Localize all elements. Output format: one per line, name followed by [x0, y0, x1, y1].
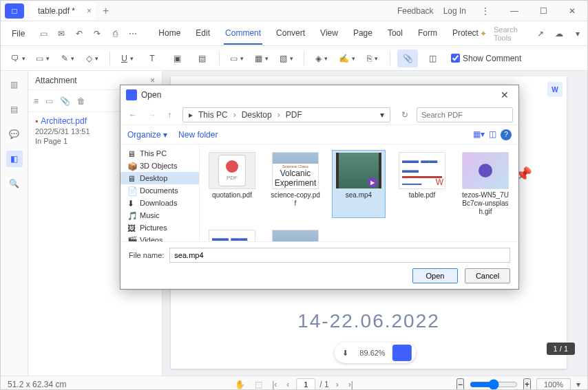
save-icon[interactable]: ✉	[54, 26, 69, 41]
more-icon[interactable]: ⋮	[476, 1, 495, 21]
magic-icon[interactable]: ✦	[480, 29, 487, 39]
menu-tab-convert[interactable]: Convert	[275, 23, 306, 45]
new-tab-button[interactable]: +	[103, 5, 109, 17]
undo-icon[interactable]: ↶	[72, 26, 87, 41]
sign-tool[interactable]: ✍▾	[336, 50, 358, 67]
textbox-tool[interactable]: ▣	[167, 50, 187, 67]
zoom-slider[interactable]	[470, 379, 518, 390]
minimize-button[interactable]: —	[505, 1, 524, 21]
search-tools-input[interactable]: Search Tools	[494, 25, 527, 42]
attachments-icon[interactable]: ◧	[6, 151, 23, 167]
panel-clip-icon[interactable]: 📎	[60, 96, 70, 106]
underline-tool[interactable]: U▾	[117, 50, 138, 67]
zoom-handle[interactable]	[392, 345, 412, 361]
menu-tab-tool[interactable]: Tool	[386, 23, 404, 45]
tree-item-this-pc[interactable]: 🖥This PC	[120, 147, 199, 160]
organize-menu[interactable]: Organize ▾	[127, 130, 167, 140]
file-tile[interactable]: ▶sea.mp4	[332, 150, 386, 218]
panel-add-icon[interactable]: ▭	[45, 96, 53, 106]
text-tool[interactable]: T	[142, 50, 162, 67]
redo-icon[interactable]: ↷	[90, 26, 105, 41]
word-badge-icon[interactable]: W	[547, 82, 563, 97]
file-tile[interactable]: ▬▬ ▬▬ ▬▬━━━━━━━━Wtable.pdf	[395, 150, 449, 218]
bookmarks-icon[interactable]: ▤	[6, 101, 23, 118]
dialog-search-input[interactable]	[417, 107, 513, 122]
refresh-button[interactable]: ↻	[399, 109, 411, 121]
login-link[interactable]: Log In	[443, 6, 466, 16]
file-tile[interactable]: tezos-WN5_7UBc7cw-unsplash.gif	[459, 150, 512, 218]
tree-item-downloads[interactable]: ⬇Downloads	[120, 197, 199, 209]
rect-tool[interactable]: ▭▾	[227, 50, 247, 67]
tab-close-icon[interactable]: ×	[87, 6, 92, 16]
eraser-tool[interactable]: ◇▾	[82, 50, 103, 67]
new-folder-button[interactable]: New folder	[178, 130, 218, 140]
note-tool[interactable]: 🗨▾	[8, 50, 28, 67]
file-tile[interactable]: PDFquotation.pdf	[205, 150, 259, 218]
page-number-input[interactable]	[296, 378, 315, 391]
nav-up-button[interactable]: ↑	[165, 109, 174, 121]
preview-pane-icon[interactable]: ◫	[489, 129, 496, 140]
menu-tab-comment[interactable]: Comment	[224, 23, 262, 45]
tree-item-desktop[interactable]: 🖥Desktop	[120, 172, 199, 184]
show-comment-toggle[interactable]: Show Comment	[451, 54, 521, 63]
expand-icon[interactable]: ▾	[572, 26, 584, 41]
hand-tool-icon[interactable]: ✋	[232, 378, 248, 391]
zoom-dropdown-icon[interactable]: ▾	[576, 380, 580, 389]
last-page-button[interactable]: ›|	[346, 378, 356, 391]
zoom-out-button[interactable]: −	[456, 378, 464, 391]
file-menu[interactable]: File	[5, 26, 32, 41]
menu-tab-protect[interactable]: Protect	[451, 23, 480, 45]
zoom-in-button[interactable]: +	[523, 378, 531, 391]
tree-item-videos[interactable]: 🎬Videos	[120, 234, 199, 241]
panel-delete-icon[interactable]: 🗑	[77, 96, 85, 106]
measure-tool[interactable]: ▦▾	[251, 50, 272, 67]
filename-input[interactable]	[169, 248, 510, 263]
search-panel-icon[interactable]: 🔍	[6, 175, 23, 192]
view-mode-icon[interactable]: ▦▾	[473, 129, 485, 140]
menu-tab-edit[interactable]: Edit	[194, 23, 211, 45]
panel-list-icon[interactable]: ≡	[34, 96, 39, 106]
download-icon[interactable]: ⬇	[337, 349, 354, 358]
close-window-button[interactable]: ✕	[563, 1, 582, 21]
link-tool[interactable]: ⎘▾	[362, 50, 383, 67]
thumbnails-icon[interactable]: ▥	[6, 76, 23, 93]
panel-close-icon[interactable]: ×	[150, 76, 155, 85]
stamp-tool[interactable]: ▭▾	[32, 50, 53, 67]
compare-tool[interactable]: ◫	[422, 50, 443, 67]
print-icon[interactable]: ⎙	[107, 26, 123, 41]
dialog-close-button[interactable]: ✕	[496, 88, 513, 102]
breadcrumb[interactable]: ▸ This PC› Desktop› PDF ▾	[182, 107, 390, 122]
more-quick-icon[interactable]: ⋯	[125, 26, 140, 41]
cloud-icon[interactable]: ☁	[554, 26, 565, 41]
feedback-link[interactable]: Feedback	[397, 6, 434, 16]
open-button[interactable]: Open	[412, 268, 458, 283]
cancel-button[interactable]: Cancel	[465, 268, 510, 283]
next-page-button[interactable]: ›	[333, 378, 342, 391]
maximize-button[interactable]: ☐	[534, 1, 553, 21]
file-tile[interactable]: Science Class	[269, 228, 322, 241]
zoom-percent[interactable]: 100%	[536, 378, 571, 391]
share-icon[interactable]: ↗	[534, 26, 546, 41]
first-page-button[interactable]: |‹	[269, 378, 280, 391]
tree-item-3d-objects[interactable]: 📦3D Objects	[120, 160, 199, 172]
open-icon[interactable]: ▭	[36, 26, 51, 41]
nav-back-button[interactable]: ←	[126, 109, 140, 121]
select-tool-icon[interactable]: ⬚	[252, 378, 265, 391]
document-tab[interactable]: table.pdf * ×	[30, 2, 96, 20]
stamp2-tool[interactable]: ◈▾	[311, 50, 332, 67]
area-tool[interactable]: ▧▾	[276, 50, 297, 67]
comments-icon[interactable]: 💬	[6, 126, 23, 142]
file-tile[interactable]: Science ClassVolcanic Experimentscience-…	[269, 150, 322, 218]
attachment-tool[interactable]: 📎	[397, 50, 418, 67]
menu-tab-view[interactable]: View	[319, 23, 339, 45]
tree-item-music[interactable]: 🎵Music	[120, 209, 199, 221]
help-icon[interactable]: ?	[501, 129, 512, 140]
file-tile[interactable]: ▬▬ ▬▬ ▬▬━━━━━━━━W	[205, 228, 259, 241]
callout-tool[interactable]: ▤	[191, 50, 212, 67]
prev-page-button[interactable]: ‹	[284, 378, 292, 391]
pencil-tool[interactable]: ✎▾	[57, 50, 78, 67]
menu-tab-home[interactable]: Home	[157, 23, 182, 45]
nav-forward-button[interactable]: →	[145, 109, 159, 121]
show-comment-checkbox[interactable]	[451, 54, 460, 63]
tree-item-pictures[interactable]: 🖼Pictures	[120, 221, 199, 234]
